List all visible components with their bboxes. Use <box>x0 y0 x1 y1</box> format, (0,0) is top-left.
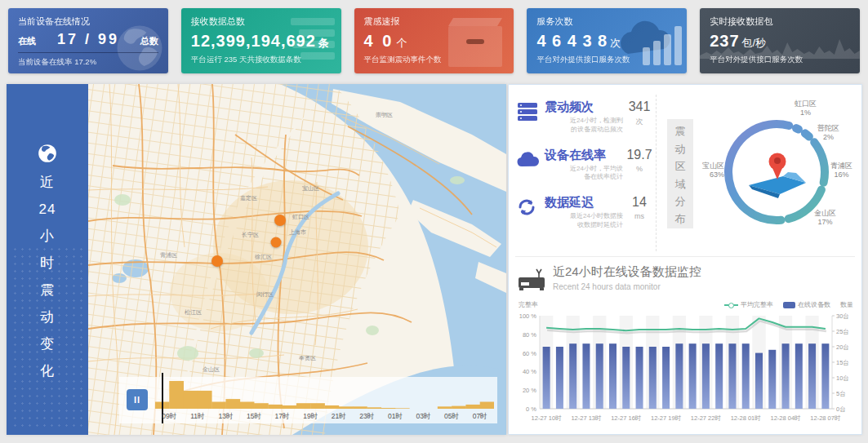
svg-text:80 %: 80 % <box>523 331 536 339</box>
timeline-hour-label: 07时 <box>465 412 494 422</box>
legend-avg-completeness[interactable]: 平均完整率 <box>724 300 773 309</box>
kpi-desc: 近24小时，检测到 的设备震动总频次 <box>545 117 623 135</box>
timeline-hour-label: 23时 <box>353 412 381 422</box>
kpi-desc: 近24小时，平均设 备在线率统计 <box>545 165 623 183</box>
kpi-desc: 最近24小时数据接 收数据时延统计 <box>545 212 623 230</box>
svg-text:10台: 10台 <box>836 374 849 382</box>
right-panel: 震动频次 341 近24小时，检测到 的设备震动总频次 次 设备在线率 19.7 <box>508 84 862 435</box>
pause-button[interactable]: II <box>127 389 148 410</box>
seismograph-icon <box>517 264 553 295</box>
svg-text:12-27 22时: 12-27 22时 <box>691 414 722 422</box>
map-pin-icon <box>749 153 806 199</box>
timeline-hour-label: 15时 <box>240 412 269 422</box>
map-district-label: 青浦区 <box>160 252 177 259</box>
map-district-label: 宝山区 <box>302 185 319 191</box>
kpi-value: 14 <box>623 195 656 210</box>
card-title: 震感速报 <box>364 16 505 28</box>
timeline-hour-label: 13时 <box>211 412 240 422</box>
kpi-data-latency: 数据延迟 14 最近24小时数据接 收数据时延统计 ms <box>517 195 656 230</box>
region-label: 金山区17% <box>814 209 836 228</box>
svg-text:0 %: 0 % <box>526 405 536 413</box>
map-district-label: 金山区 <box>203 366 220 372</box>
stat-cards-row: 当前设备在线情况 在线 17 / 99 总数 当前设备在线率 17.2% 接收数… <box>8 8 860 73</box>
timeline-hour-labels: 09时11时13时15时17时19时21时23时01时03时05时07时 <box>155 412 494 422</box>
server-icon <box>517 100 545 125</box>
legend-online-devices[interactable]: 在线设备数 <box>783 300 830 309</box>
cloud-icon <box>517 148 545 171</box>
packets-value: 237 <box>710 32 739 50</box>
card-footer: 平台对外提供接口服务次数 <box>536 55 677 65</box>
map-district-label: 嘉定区 <box>240 195 257 202</box>
map-timeline[interactable]: II 09时11时13时15时17时19时21时23时01时03时05时07时 <box>119 377 497 423</box>
svg-text:20台: 20台 <box>836 343 849 351</box>
timeline-hour-label: 21时 <box>324 412 353 422</box>
quake-count-unit: 个 <box>396 37 407 49</box>
card-footer: 平台运行 235 天共接收数据条数 <box>191 55 332 65</box>
refresh-icon <box>517 195 545 220</box>
map-panel: 近 24 小 时 震 动 变 化 <box>7 84 506 435</box>
service-count-value: 4 6 4 3 8 <box>536 32 608 50</box>
region-label: 宝山区63% <box>687 162 724 180</box>
timeline-histogram[interactable] <box>155 379 494 409</box>
total-data-unit: 条 <box>318 37 329 49</box>
map-sidebar-title: 近 24 小 时 震 动 变 化 <box>7 169 88 384</box>
kpi-unit: ms <box>623 212 656 230</box>
card-footer: 平台监测震动事件个数 <box>364 55 505 65</box>
svg-text:12-27 19时: 12-27 19时 <box>651 414 682 422</box>
left-axis-name: 完整率 <box>519 300 538 309</box>
card-title: 接收数据总数 <box>191 16 332 28</box>
monitor-section: 近24小时在线设备数据监控 Recent 24 hours data monit… <box>509 258 861 434</box>
map-district-label: 虹口区 <box>292 214 309 220</box>
region-label: 虹口区1% <box>795 100 817 118</box>
kpi-value: 341 <box>623 100 656 114</box>
svg-text:25台: 25台 <box>836 328 849 335</box>
region-distribution: 震 动 区 域 分 布 虹口区1% 普陀区2% 青浦区16% 金山区17% 宝山… <box>657 91 860 253</box>
timeline-hour-label: 03时 <box>409 412 438 422</box>
map-district-label: 闵行区 <box>256 291 274 298</box>
online-value: 17 / 99 <box>57 31 119 48</box>
map-sidebar: 近 24 小 时 震 动 变 化 <box>7 84 88 435</box>
kpi-label: 设备在线率 <box>545 148 606 163</box>
kpi-quake-frequency: 震动频次 341 近24小时，检测到 的设备震动总频次 次 <box>517 100 656 135</box>
timeline-hour-label: 01时 <box>381 412 410 422</box>
svg-text:60 %: 60 % <box>523 350 536 357</box>
timeline-hour-label: 17时 <box>268 412 296 422</box>
quake-count-value: 4 0 <box>364 32 394 50</box>
svg-text:100 %: 100 % <box>519 312 537 320</box>
kpi-column: 震动频次 341 近24小时，检测到 的设备震动总频次 次 设备在线率 19.7 <box>517 100 656 243</box>
timeline-hour-label: 11时 <box>184 412 212 422</box>
region-label: 普陀区2% <box>817 124 839 143</box>
card-realtime-packets: 实时接收数据包 237包/秒 平台对外提供接口服务次数 <box>700 8 860 73</box>
card-title: 当前设备在线情况 <box>18 16 158 28</box>
kpi-label: 数据延迟 <box>545 195 594 210</box>
monitor-chart: 100 %80 %60 %40 %20 %0 %30台25台20台15台10台5… <box>517 311 855 425</box>
line-legend-marker <box>724 302 738 308</box>
svg-text:0台: 0台 <box>836 405 846 413</box>
right-axis-name: 数量 <box>840 300 853 309</box>
svg-text:12-27 10时: 12-27 10时 <box>532 414 563 422</box>
map-district-label: 松江区 <box>185 309 202 316</box>
card-title: 服务次数 <box>536 16 677 28</box>
svg-text:15台: 15台 <box>836 359 849 366</box>
map-district-label: 奉贤区 <box>299 355 316 361</box>
kpi-unit: % <box>623 165 656 183</box>
card-total-data: 接收数据总数 12,399,194,692条 平台运行 235 天共接收数据条数 <box>181 8 341 73</box>
packets-unit: 包/秒 <box>742 37 767 49</box>
svg-text:12-27 16时: 12-27 16时 <box>611 414 642 422</box>
bar-legend-marker <box>783 302 795 308</box>
svg-text:20 %: 20 % <box>523 387 536 394</box>
monitor-title: 近24小时在线设备数据监控 <box>553 264 701 280</box>
kpi-unit: 次 <box>623 117 656 135</box>
timeline-hour-label: 05时 <box>438 412 466 422</box>
card-service-count: 服务次数 4 6 4 3 8次 平台对外提供接口服务次数 <box>527 8 687 73</box>
card-device-online: 当前设备在线情况 在线 17 / 99 总数 当前设备在线率 17.2% <box>8 8 168 73</box>
svg-text:12-27 13时: 12-27 13时 <box>571 414 602 422</box>
map[interactable]: 崇明区嘉定区宝山区虹口区上海市长宁区徐汇区闵行区青浦区松江区金山区奉贤区 II … <box>88 84 506 435</box>
timeline-hour-label: 19时 <box>296 412 325 422</box>
svg-text:5台: 5台 <box>836 390 846 397</box>
service-count-unit: 次 <box>610 37 621 49</box>
svg-text:40 %: 40 % <box>523 368 536 375</box>
svg-text:30台: 30台 <box>836 312 849 320</box>
total-label: 总数 <box>140 35 158 47</box>
map-district-label: 上海市 <box>289 228 306 236</box>
